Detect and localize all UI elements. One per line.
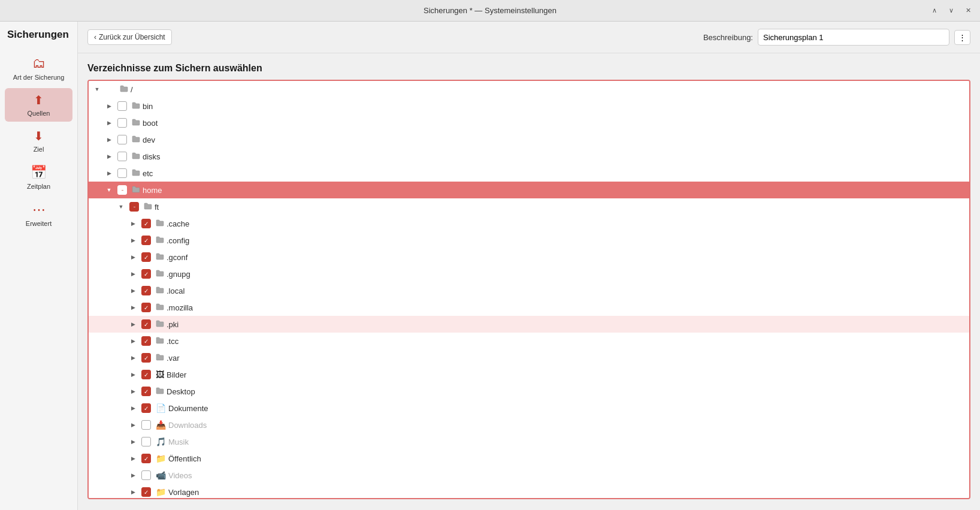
expand-icon[interactable]: ▶ [103,148,115,165]
expand-icon[interactable]: ▶ [127,249,139,265]
tree-row[interactable]: ▶✓📁Vorlagen [89,484,969,499]
expand-icon[interactable]: ▶ [127,467,139,484]
sidebar-item-ziel[interactable]: ⬇ Ziel [5,124,72,158]
tree-row[interactable]: ▼/ [89,81,969,98]
expand-icon[interactable]: ▶ [127,316,139,333]
minimize-button[interactable]: ∧ [927,4,942,18]
row-checkbox[interactable] [117,101,127,111]
expand-icon[interactable]: ▶ [127,484,139,499]
row-checkbox[interactable] [141,437,151,446]
expand-icon[interactable]: ▶ [103,114,115,131]
expand-icon[interactable]: ▶ [103,165,115,182]
row-label: disks [143,152,161,161]
expand-icon[interactable]: ▶ [127,433,139,450]
sidebar-item-quellen[interactable]: ⬆ Quellen [5,88,72,122]
tree-row[interactable]: ▶✓📁Öffentlich [89,450,969,467]
row-checkbox[interactable]: ✓ [141,319,151,329]
row-checkbox[interactable]: ✓ [141,236,151,245]
row-checkbox[interactable]: ✓ [141,487,151,497]
tree-row[interactable]: ▶📹Videos [89,467,969,484]
tree-row[interactable]: ▶🎵Musik [89,433,969,450]
content-area: ‹ Zurück zur Übersicht Beschreibung: ⋮ V… [78,22,980,510]
expand-icon[interactable]: ▶ [127,366,139,383]
row-checkbox[interactable]: ✓ [141,403,151,413]
sidebar-item-zeitplan[interactable]: 📅 Zeitplan [5,160,72,195]
row-checkbox[interactable] [141,470,151,480]
tree-row[interactable]: ▶✓.config [89,232,969,249]
expand-icon[interactable]: ▶ [127,417,139,433]
row-checkbox[interactable]: ✓ [141,219,151,228]
sidebar-item-erweitert[interactable]: ⋯ Erweitert [5,197,72,232]
titlebar: Sicherungen * — Systemeinstellungen ∧ ∨ … [0,0,980,22]
row-checkbox[interactable] [117,135,127,144]
row-checkbox[interactable]: ··· [129,202,139,212]
tree-row[interactable]: ▶bin [89,98,969,114]
row-checkbox[interactable]: ✓ [141,286,151,295]
expand-icon[interactable]: ▶ [127,282,139,299]
tree-row[interactable]: ▼···ft [89,198,969,215]
tree-row[interactable]: ▼···home [89,182,969,198]
row-checkbox[interactable]: ✓ [141,269,151,279]
tree-row[interactable]: ▶✓.gnupg [89,265,969,282]
close-button[interactable]: ✕ [961,4,975,18]
expand-icon[interactable]: ▶ [103,98,115,114]
row-checkbox[interactable]: ✓ [141,387,151,396]
row-checkbox[interactable]: ✓ [141,336,151,346]
expand-icon[interactable]: ▶ [127,383,139,400]
expand-icon[interactable]: ▼ [91,81,103,98]
row-label: ft [155,203,159,212]
description-input[interactable] [758,29,949,46]
row-checkbox[interactable]: ✓ [141,370,151,379]
target-icon: ⬇ [34,129,44,143]
tree-row[interactable]: ▶✓Desktop [89,383,969,400]
expand-icon[interactable]: ▼ [103,182,115,198]
tree-row[interactable]: ▶✓🖼Bilder [89,366,969,383]
folder-icon [132,101,140,111]
back-button[interactable]: ‹ Zurück zur Übersicht [87,29,172,45]
sources-icon: ⬆ [34,93,44,107]
expand-icon[interactable]: ▶ [127,450,139,467]
row-checkbox[interactable]: ··· [117,185,127,195]
sidebar-item-art[interactable]: 🗂 Art der Sicherung [5,51,72,86]
tree-row[interactable]: ▶✓.gconf [89,249,969,265]
expand-icon[interactable]: ▼ [115,198,127,215]
row-checkbox[interactable]: ✓ [141,454,151,463]
tree-row[interactable]: ▶disks [89,148,969,165]
expand-icon[interactable]: ▶ [103,131,115,148]
folder-icon: 📁 [156,454,166,463]
row-checkbox[interactable] [141,420,151,430]
tree-row[interactable]: ▶📥Downloads [89,417,969,433]
tree-row[interactable]: ▶etc [89,165,969,182]
tree-panel[interactable]: ▼/▶bin▶boot▶dev▶disks▶etc▼···home▼···ft▶… [87,80,970,499]
row-checkbox[interactable]: ✓ [141,353,151,363]
tree-row[interactable]: ▶boot [89,114,969,131]
description-extra-button[interactable]: ⋮ [954,30,970,45]
row-checkbox[interactable]: ✓ [141,303,151,312]
row-label: bin [143,102,153,111]
expand-icon[interactable]: ▶ [127,400,139,417]
backup-type-icon: 🗂 [32,56,46,71]
app-container: Sicherungen 🗂 Art der Sicherung ⬆ Quelle… [0,22,980,510]
tree-row[interactable]: ▶✓.pki [89,316,969,333]
tree-row[interactable]: ▶✓.local [89,282,969,299]
expand-icon[interactable]: ▶ [127,265,139,282]
row-checkbox[interactable]: ✓ [141,252,151,262]
tree-row[interactable]: ▶✓.mozilla [89,299,969,316]
back-button-label: Zurück zur Übersicht [99,33,165,41]
row-checkbox[interactable] [117,168,127,178]
section-title: Verzeichnisse zum Sichern auswählen [87,63,970,74]
tree-row[interactable]: ▶✓📄Dokumente [89,400,969,417]
expand-icon[interactable]: ▶ [127,333,139,349]
row-label: Musik [168,437,189,446]
tree-row[interactable]: ▶✓.tcc [89,333,969,349]
row-checkbox[interactable] [117,118,127,128]
tree-row[interactable]: ▶✓.cache [89,215,969,232]
row-checkbox[interactable] [117,152,127,161]
expand-icon[interactable]: ▶ [127,215,139,232]
tree-row[interactable]: ▶dev [89,131,969,148]
expand-icon[interactable]: ▶ [127,299,139,316]
expand-icon[interactable]: ▶ [127,349,139,366]
maximize-button[interactable]: ∨ [944,4,958,18]
expand-icon[interactable]: ▶ [127,232,139,249]
tree-row[interactable]: ▶✓.var [89,349,969,366]
